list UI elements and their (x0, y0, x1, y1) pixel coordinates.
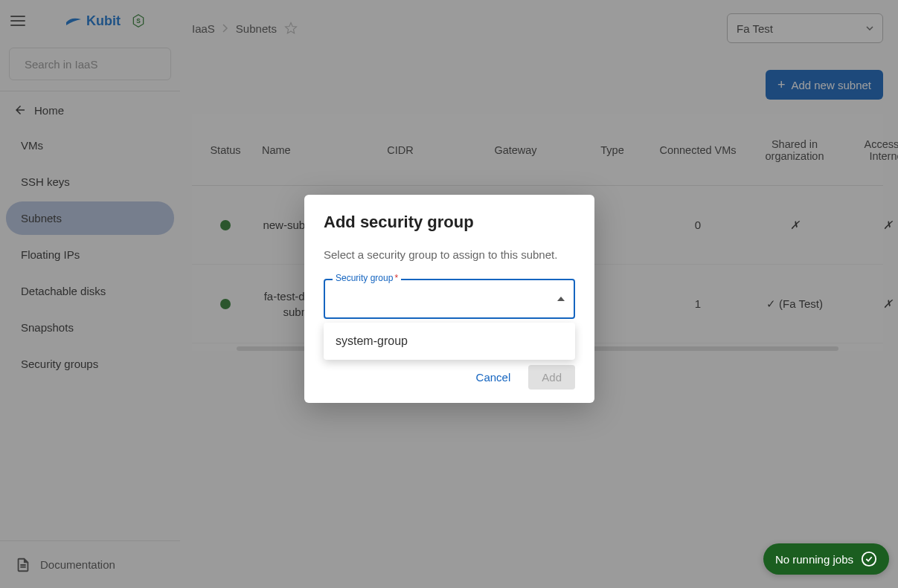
add-button: Add (528, 365, 575, 390)
add-security-group-modal: Add security group Select a security gro… (304, 195, 594, 403)
security-group-dropdown: system-group (324, 323, 575, 360)
jobs-status-label: No running jobs (775, 553, 853, 566)
cancel-button[interactable]: Cancel (466, 365, 522, 390)
field-label-text: Security group (336, 273, 393, 283)
field-label: Security group* (333, 273, 401, 283)
triangle-up-icon (557, 297, 565, 301)
modal-actions: Cancel Add (324, 365, 575, 390)
svg-point-1 (862, 552, 876, 566)
dropdown-option[interactable]: system-group (324, 326, 575, 357)
security-group-field: Security group* (324, 279, 575, 319)
modal-description: Select a security group to assign to thi… (324, 248, 575, 261)
check-circle-icon (861, 551, 877, 567)
jobs-status-badge[interactable]: No running jobs (763, 543, 889, 575)
modal-title: Add security group (324, 213, 575, 232)
required-indicator: * (394, 273, 398, 283)
security-group-select[interactable] (324, 279, 575, 319)
